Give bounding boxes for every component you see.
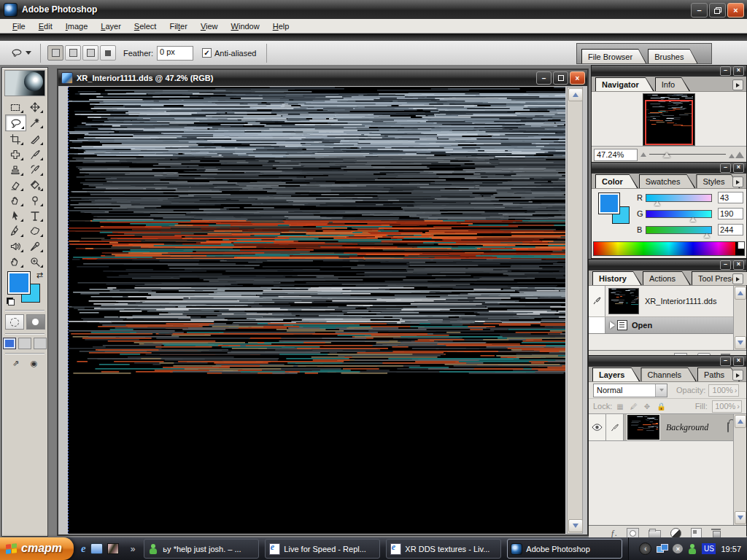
menu-view[interactable]: View bbox=[194, 20, 225, 32]
taskbar-button-messenger[interactable]: ьу *help just josh. – ... bbox=[144, 539, 259, 559]
tool-dropdown-icon[interactable] bbox=[26, 51, 31, 55]
scroll-down-button[interactable] bbox=[735, 336, 746, 349]
red-value-input[interactable]: 43 bbox=[718, 192, 743, 203]
menu-help[interactable]: Help bbox=[266, 20, 296, 32]
scroll-down-button[interactable] bbox=[568, 519, 583, 532]
history-scrollbar[interactable] bbox=[733, 286, 746, 350]
tab-channels[interactable]: Channels bbox=[640, 368, 696, 381]
palette-close-button[interactable]: × bbox=[733, 260, 744, 270]
app-titlebar[interactable]: Adobe Photoshop – × bbox=[0, 0, 747, 19]
new-layer-button[interactable] bbox=[691, 528, 702, 538]
palette-minimize-button[interactable]: – bbox=[720, 357, 731, 366]
palette-minimize-button[interactable]: – bbox=[720, 163, 731, 173]
scroll-up-button[interactable] bbox=[568, 88, 583, 101]
selection-new-button[interactable] bbox=[47, 45, 63, 61]
image-canvas[interactable] bbox=[68, 87, 565, 534]
green-slider[interactable] bbox=[646, 210, 712, 218]
tool-move[interactable] bbox=[25, 99, 44, 114]
scroll-up-button[interactable] bbox=[735, 287, 746, 300]
layers-palette-titlebar[interactable]: – × bbox=[589, 356, 746, 367]
navigator-zoom-slider[interactable] bbox=[649, 149, 726, 160]
default-colors-icon[interactable] bbox=[7, 298, 15, 306]
palette-minimize-button[interactable]: – bbox=[720, 260, 731, 270]
blue-slider[interactable] bbox=[646, 226, 712, 234]
tool-dodge[interactable] bbox=[25, 192, 44, 208]
taskbar-button-xr-dds-textures[interactable]: XR DDS textures - Liv... bbox=[386, 539, 501, 559]
offline-status-icon[interactable]: × bbox=[673, 544, 683, 553]
layers-scrollbar[interactable] bbox=[733, 414, 746, 525]
tool-path-selection[interactable] bbox=[5, 208, 25, 223]
menu-layer[interactable]: Layer bbox=[94, 20, 128, 32]
snapshot-thumbnail[interactable] bbox=[608, 288, 639, 314]
tab-layers[interactable]: Layers bbox=[592, 368, 640, 381]
tab-actions[interactable]: Actions bbox=[643, 271, 691, 285]
menu-file[interactable]: File bbox=[6, 20, 32, 32]
document-titlebar[interactable]: XR_Interior1111.dds @ 47.2% (RGB) – × bbox=[58, 70, 587, 86]
lock-position-icon[interactable]: ✥ bbox=[644, 402, 650, 411]
menu-select[interactable]: Select bbox=[128, 20, 163, 32]
quick-mask-button[interactable] bbox=[26, 314, 45, 330]
minimize-button[interactable]: – bbox=[691, 3, 708, 18]
tool-history-brush[interactable] bbox=[25, 162, 44, 177]
tool-hand[interactable] bbox=[5, 254, 25, 269]
imageready-logo-icon[interactable]: ◉ bbox=[26, 357, 42, 369]
history-state-open[interactable]: Open bbox=[589, 317, 746, 334]
scroll-down-button[interactable] bbox=[735, 511, 746, 524]
antialiased-checkbox[interactable]: ✓ bbox=[202, 48, 212, 58]
menu-window[interactable]: Window bbox=[225, 20, 266, 32]
taskbar-button-live-for-speed[interactable]: Live for Speed - Repl... bbox=[265, 539, 380, 559]
chevron-down-icon[interactable] bbox=[655, 384, 667, 397]
doc-maximize-button[interactable] bbox=[553, 71, 568, 85]
layer-visibility-toggle[interactable] bbox=[589, 414, 606, 440]
feather-input[interactable]: 0 px bbox=[157, 46, 193, 61]
palette-close-button[interactable]: × bbox=[733, 66, 744, 76]
tool-healing-brush[interactable] bbox=[5, 147, 25, 162]
lock-all-icon[interactable]: 🔒 bbox=[657, 402, 665, 411]
color-palette-titlebar[interactable]: – × bbox=[592, 163, 746, 174]
messenger-tray-icon[interactable] bbox=[688, 544, 697, 554]
palette-menu-button[interactable] bbox=[732, 79, 743, 90]
navigator-palette-titlebar[interactable]: – × bbox=[592, 66, 746, 77]
palette-close-button[interactable]: × bbox=[733, 163, 744, 173]
palette-minimize-button[interactable]: – bbox=[720, 66, 731, 76]
tool-custom-shape[interactable] bbox=[25, 223, 44, 238]
delete-layer-button[interactable] bbox=[711, 528, 721, 538]
tool-eraser[interactable] bbox=[5, 177, 25, 192]
tab-brushes[interactable]: Brushes bbox=[648, 49, 697, 63]
jump-to-imageready-icon[interactable]: ⇗ bbox=[8, 357, 24, 369]
lock-paint-icon[interactable]: 🖉 bbox=[630, 402, 638, 411]
screen-mode-full-button[interactable] bbox=[34, 338, 47, 349]
add-layer-mask-button[interactable] bbox=[627, 528, 639, 538]
foreground-color-swatch[interactable] bbox=[599, 193, 619, 214]
tab-navigator[interactable]: Navigator bbox=[595, 77, 654, 91]
tool-paint-bucket[interactable] bbox=[25, 177, 44, 192]
history-snapshot-row[interactable]: XR_Interior1111.dds bbox=[589, 286, 746, 317]
restore-button[interactable] bbox=[709, 3, 726, 18]
tool-brush[interactable] bbox=[25, 147, 44, 162]
tool-notes[interactable] bbox=[5, 238, 25, 254]
palette-menu-button[interactable] bbox=[732, 176, 743, 187]
history-source-cell[interactable] bbox=[589, 317, 605, 333]
tool-magic-wand[interactable] bbox=[25, 114, 44, 130]
tool-lasso[interactable] bbox=[5, 114, 26, 131]
menu-image[interactable]: Image bbox=[59, 20, 95, 32]
selection-subtract-button[interactable] bbox=[82, 45, 98, 61]
foreground-color-swatch[interactable] bbox=[8, 272, 30, 294]
navigator-zoom-input[interactable]: 47.24% bbox=[594, 149, 638, 161]
tool-clone-stamp[interactable] bbox=[5, 162, 25, 177]
quick-launch-photo-icon[interactable] bbox=[107, 543, 119, 554]
start-button[interactable]: старт bbox=[0, 537, 74, 560]
palette-menu-button[interactable] bbox=[732, 273, 743, 284]
layer-thumbnail[interactable] bbox=[627, 415, 659, 440]
history-source-cell[interactable] bbox=[589, 286, 605, 316]
blue-value-input[interactable]: 244 bbox=[718, 224, 743, 236]
screen-mode-full-menubar-button[interactable] bbox=[18, 338, 31, 349]
red-slider[interactable] bbox=[646, 194, 712, 202]
tool-rectangular-marquee[interactable] bbox=[5, 99, 25, 114]
language-indicator[interactable]: US bbox=[702, 543, 716, 554]
menu-filter[interactable]: Filter bbox=[163, 20, 193, 32]
standard-mode-button[interactable] bbox=[5, 314, 24, 330]
palette-close-button[interactable]: × bbox=[733, 357, 744, 366]
green-value-input[interactable]: 190 bbox=[718, 208, 743, 219]
photoshop-feather-logo[interactable] bbox=[4, 70, 45, 96]
